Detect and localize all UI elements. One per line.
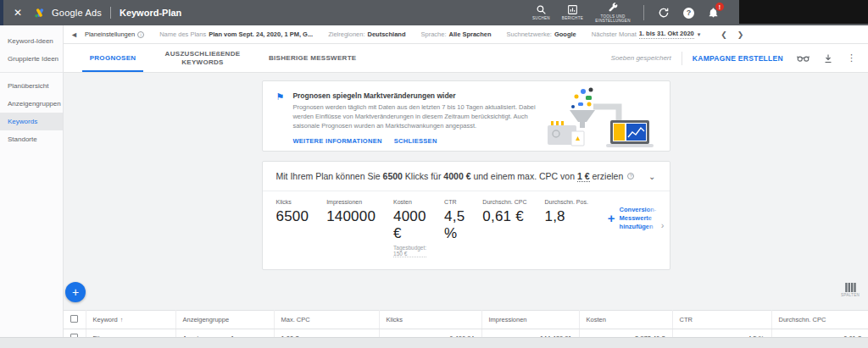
target-region-field[interactable]: Zielregionen: Deutschland (328, 30, 405, 38)
forecast-summary-card: Mit Ihrem Plan können Sie 6500 Klicks fü… (262, 161, 670, 270)
plan-settings-bar: ◄ Planeinstellungen i Name des Plans Pla… (64, 25, 868, 44)
search-button-label: SUCHEN (532, 16, 550, 20)
sidebar-divider (0, 72, 63, 73)
search-button[interactable]: SUCHEN (532, 4, 550, 20)
plan-name-field[interactable]: Name des Plans Plan vom Sept. 24, 2020, … (159, 30, 313, 38)
header-keyword[interactable]: Keyword↑ (86, 311, 175, 329)
header-klicks[interactable]: Klicks (379, 311, 481, 329)
search-network-field[interactable]: Suchnetzwerke: Google (507, 30, 576, 38)
metric-durchschn-cpc: Durchschn. CPC 0,61 € (482, 199, 526, 225)
help-info-icon[interactable]: ? (627, 173, 634, 180)
tab-auszuschliessende-keywords[interactable]: AUSZUSCHLIEßENDE KEYWORDS (148, 44, 257, 72)
tab-bisherige-messwerte[interactable]: BISHERIGE MESSWERTE (257, 44, 369, 72)
tabs-toolbar: Soeben gespeichert KAMPAGNE ERSTELLEN ⋮ (611, 44, 868, 72)
forecast-machine-illustration (536, 85, 663, 152)
more-information-link[interactable]: WEITERE INFORMATIONEN (292, 137, 381, 145)
columns-icon (845, 283, 856, 292)
language-field[interactable]: Sprache: Alle Sprachen (421, 30, 492, 38)
info-icon: i (137, 31, 144, 38)
account-area-redacted (739, 0, 868, 24)
headline-clicks: 6500 (383, 171, 403, 181)
table-header-row: Keyword↑ Anzeigengruppe Max. CPC Klicks … (64, 311, 868, 329)
topbar-separator (643, 5, 644, 20)
notifications-bell-icon[interactable]: ! (708, 7, 719, 19)
header-ctr[interactable]: CTR (672, 311, 771, 329)
header-kosten[interactable]: Kosten (579, 311, 672, 329)
next-panel-chevron-icon[interactable]: › (661, 220, 665, 230)
sidebar-item-standorte[interactable]: Standorte (0, 130, 63, 148)
next-month-icon[interactable]: ❯ (737, 30, 744, 39)
metric-ctr: CTR 4,5 % (444, 199, 465, 242)
notification-badge: ! (715, 3, 724, 11)
headline-cost: 4000 € (443, 171, 470, 181)
tabs: PROGNOSEN AUSZUSCHLIEßENDE KEYWORDS BISH… (77, 44, 369, 72)
download-icon[interactable] (823, 53, 833, 64)
refresh-icon[interactable] (658, 7, 670, 19)
close-icon[interactable]: ✕ (14, 7, 22, 19)
table-toolbar: + SPALTEN (64, 281, 868, 310)
toolbar-separator (682, 52, 682, 65)
google-ads-logo-icon (34, 7, 46, 19)
header-anzeigengruppe[interactable]: Anzeigengruppe (175, 311, 274, 329)
columns-button[interactable]: SPALTEN (841, 283, 860, 297)
flag-icon: ⚑ (276, 91, 285, 151)
top-app-bar: ✕ Google Ads Keyword-Plan SUCHEN BE (0, 0, 868, 25)
google-ads-keyword-plan-window: ✕ Google Ads Keyword-Plan SUCHEN BE (0, 0, 868, 348)
sidebar-item-planuebersicht[interactable]: Planübersicht (0, 77, 63, 95)
close-banner-link[interactable]: SCHLIESSEN (394, 137, 437, 145)
sidebar-item-gruppierte-ideen[interactable]: Gruppierte Ideen (0, 50, 63, 68)
reports-button[interactable]: BERICHTE (562, 4, 583, 20)
tools-settings-button[interactable]: TOOLS UND EINSTELLUNGEN (595, 3, 631, 24)
create-campaign-button[interactable]: KAMPAGNE ERSTELLEN (693, 54, 783, 63)
preview-glasses-icon[interactable] (797, 54, 810, 63)
collapse-panel-icon[interactable]: ◄ (70, 30, 78, 39)
brand-name: Google Ads (52, 8, 102, 18)
sidebar-nav: Keyword-Ideen Gruppierte Ideen Planübers… (0, 25, 64, 348)
bottom-strip (0, 337, 868, 348)
plus-icon: + (608, 211, 615, 225)
tools-settings-button-label: TOOLS UND EINSTELLUNGEN (595, 14, 631, 24)
banner-body: Prognosen werden täglich mit Daten aus d… (292, 103, 547, 131)
tabs-bar: PROGNOSEN AUSZUSCHLIEßENDE KEYWORDS BISH… (64, 44, 868, 73)
daily-budget-text[interactable]: Tagesbudget: 150 € (393, 245, 426, 257)
chevron-down-icon[interactable]: ▾ (698, 31, 701, 38)
forecast-metrics-row: Klicks 6500 Impressionen 140000 Kosten 4… (263, 191, 670, 269)
sort-ascending-icon: ↑ (120, 317, 124, 323)
header-impressionen[interactable]: Impressionen (481, 311, 579, 329)
previous-month-icon[interactable]: ❮ (721, 30, 727, 39)
banner-title: Prognosen spiegeln Marktveränderungen wi… (292, 91, 547, 100)
header-max-cpc[interactable]: Max. CPC (274, 311, 379, 329)
forecast-info-banner: ⚑ Prognosen spiegeln Marktveränderungen … (262, 80, 670, 152)
topbar-actions: SUCHEN BERICHTE TOOLS UND EINSTELLUNGEN (526, 3, 726, 24)
add-conversion-metrics-link[interactable]: + Conversion-Messwerte hinzufügen (608, 206, 659, 230)
header-durchschn-cpc[interactable]: Durchschn. CPC (771, 311, 868, 329)
metric-impressionen: Impressionen 140000 (326, 199, 376, 225)
page-title: Keyword-Plan (120, 8, 181, 18)
metric-klicks: Klicks 6500 (276, 199, 309, 225)
select-all-checkbox[interactable] (70, 315, 78, 323)
headline-max-cpc[interactable]: 1 € (577, 171, 590, 182)
sidebar-item-keywords[interactable]: Keywords (0, 113, 63, 130)
topbar-divider (110, 7, 111, 19)
reports-button-label: BERICHTE (562, 16, 583, 20)
metric-durchschn-pos: Durchschn. Pos. 1,8 (544, 199, 587, 225)
collapse-chevron-icon[interactable]: ⌄ (648, 172, 655, 181)
sidebar-item-anzeigengruppen[interactable]: Anzeigengruppen (0, 95, 63, 113)
tab-prognosen[interactable]: PROGNOSEN (77, 44, 148, 72)
forecast-period-selector[interactable]: Nächster Monat 1. bis 31. Okt 2020 ▾ (592, 30, 701, 39)
help-icon[interactable]: ? (683, 8, 694, 19)
plan-settings-link[interactable]: Planeinstellungen i (85, 30, 144, 38)
window-edge-strip (0, 0, 3, 25)
forecast-headline: Mit Ihrem Plan können Sie 6500 Klicks fü… (263, 162, 670, 191)
more-options-kebab-icon[interactable]: ⋮ (847, 52, 856, 64)
save-status-text: Soeben gespeichert (611, 54, 671, 62)
main-content: PROGNOSEN AUSZUSCHLIEßENDE KEYWORDS BISH… (64, 44, 868, 348)
sidebar-item-keyword-ideen[interactable]: Keyword-Ideen (0, 32, 63, 50)
add-keyword-fab-button[interactable]: + (65, 282, 86, 302)
metric-kosten: Kosten 4000 € Tagesbudget: 150 € (393, 199, 426, 259)
